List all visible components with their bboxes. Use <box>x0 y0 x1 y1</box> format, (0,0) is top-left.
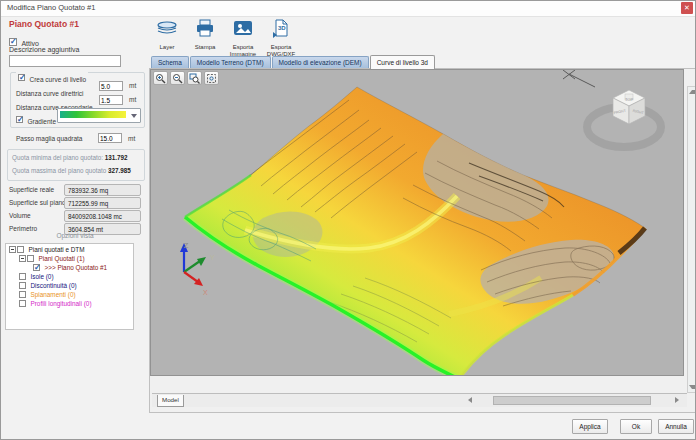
superficie-piano-label: Superficie sul piano <box>9 199 66 206</box>
viewcube[interactable]: TOP FRONT RIGHT <box>587 90 661 147</box>
image-icon <box>231 18 255 40</box>
quota-min-value: 131.792 <box>105 154 128 161</box>
viewcube-top-label: TOP <box>625 97 633 102</box>
zoom-extents-button[interactable] <box>204 71 219 85</box>
zoom-out-button[interactable] <box>170 71 185 85</box>
titlebar: Modifica Piano Quotato #1 ✕ <box>1 1 695 17</box>
applica-button[interactable]: Applica <box>572 419 608 434</box>
superficie-piano-value: 712255.99 mq <box>64 197 141 209</box>
direttrici-unit: mt <box>129 82 136 89</box>
viewport-3d[interactable]: TOP FRONT RIGHT Z Y X <box>150 69 684 376</box>
light-marker-icon[interactable] <box>563 70 595 87</box>
y-axis-label: Y <box>210 254 215 261</box>
volume-label: Volume <box>9 212 31 219</box>
stat-row: Volume 84009208.1048 mc <box>1 210 149 223</box>
x-axis-label: X <box>203 289 208 296</box>
tree-item-piani-quotati[interactable]: Piani Quotati (1) <box>6 253 133 262</box>
opzioni-vista-link[interactable]: Opzioni vista <box>1 232 149 239</box>
zoom-out-icon <box>172 73 183 84</box>
stampa-label: Stampa <box>189 44 221 51</box>
stat-row: Superficie sul piano 712255.99 mq <box>1 197 149 210</box>
model-tab[interactable]: Model <box>157 395 184 407</box>
zoom-toolbar <box>153 71 219 85</box>
close-button[interactable]: ✕ <box>681 2 693 14</box>
export-3d-icon: 3D <box>269 18 293 40</box>
quota-max-label: Quota massima del piano quotato <box>12 167 106 174</box>
quota-box: Quota minima del piano quotato: 131.792 … <box>7 149 145 181</box>
z-axis-label: Z <box>184 241 189 250</box>
close-icon: ✕ <box>684 4 690 11</box>
zoom-extents-icon <box>206 73 217 84</box>
esporta-dwg-button[interactable]: 3D Esporta DWG/DXF <box>265 18 297 56</box>
stampa-button[interactable]: Stampa <box>189 18 221 56</box>
attivo-checkbox[interactable]: ✓ <box>9 38 17 46</box>
descrizione-label: Descrizione aggiuntiva <box>9 46 79 53</box>
gradient-preview <box>60 111 126 118</box>
layers-icon <box>155 18 179 40</box>
quota-max-row: Quota massima del piano quotato 327.985 <box>12 167 131 174</box>
quota-min-row: Quota minima del piano quotato: 131.792 <box>12 154 128 161</box>
scroll-down-icon[interactable] <box>689 385 696 389</box>
left-panel: Piano Quotato #1 ✓ Attivo Descrizione ag… <box>1 16 149 440</box>
axis-triad: Z Y X <box>180 241 215 296</box>
quota-max-value: 327.985 <box>108 167 131 174</box>
svg-text:3D: 3D <box>278 25 286 31</box>
ok-button[interactable]: Ok <box>620 419 652 434</box>
check-icon: ✓ <box>19 73 26 82</box>
gradient-dropdown[interactable] <box>57 108 141 123</box>
annulla-button[interactable]: Annulla <box>658 419 694 434</box>
tab-curve-livello-3d[interactable]: Curve di livello 3d <box>370 55 435 69</box>
crea-curve-checkbox[interactable]: ✓ <box>18 74 25 81</box>
check-icon: ✓ <box>10 37 17 46</box>
tree-checkbox[interactable] <box>19 300 26 307</box>
layer-label: Layer <box>151 44 183 51</box>
volume-value: 84009208.1048 mc <box>64 210 141 222</box>
horizontal-scrollbar-thumb[interactable] <box>493 396 651 405</box>
gradiente-checkbox[interactable]: ✓ <box>16 116 23 123</box>
layer-button[interactable]: Layer <box>151 18 183 56</box>
zoom-window-button[interactable] <box>187 71 202 85</box>
vertical-scrollbar[interactable] <box>687 86 696 393</box>
gradiente-label: Gradiente <box>27 118 56 125</box>
perimetro-label: Perimetro <box>9 225 37 232</box>
terrain-3d-render: TOP FRONT RIGHT Z Y X <box>151 70 684 376</box>
zoom-window-icon <box>189 73 200 84</box>
passo-unit: mt <box>128 135 135 142</box>
superficie-reale-value: 783932.36 mq <box>64 184 141 196</box>
top-toolbar: Layer Stampa Esporta Immagine 3D <box>151 18 301 56</box>
stat-row: Superficie reale 783932.36 mq <box>1 184 149 197</box>
tab-page: TOP FRONT RIGHT Z Y X <box>149 68 696 413</box>
modifica-piano-quotato-dialog: Modifica Piano Quotato #1 ✕ Piano Quotat… <box>0 0 696 440</box>
gradiente-row: ✓ Gradiente <box>16 110 56 128</box>
layers-tree: Piani quotati e DTM Piani Quotati (1) ✓ … <box>5 243 134 330</box>
zoom-in-button[interactable] <box>153 71 168 85</box>
scroll-right-icon[interactable] <box>675 397 679 403</box>
zoom-in-icon <box>155 73 166 84</box>
direttrici-input[interactable] <box>99 81 123 91</box>
check-icon: ✓ <box>17 115 24 124</box>
passo-label: Passo maglia quadrata <box>16 135 83 142</box>
esporta-immagine-button[interactable]: Esporta Immagine <box>227 18 259 56</box>
viewport-bottom-bar: Model <box>152 393 687 407</box>
printer-icon <box>193 18 217 40</box>
quota-min-label: Quota minima del piano quotato: <box>12 154 103 161</box>
passo-input[interactable] <box>98 133 122 143</box>
window-title: Modifica Piano Quotato #1 <box>7 3 95 12</box>
tree-item-root[interactable]: Piani quotati e DTM <box>6 244 133 253</box>
tree-item-profili[interactable]: Profili longitudinali (0) <box>6 298 133 307</box>
secondarie-unit: mt <box>129 96 136 103</box>
crea-curve-group: ✓ Crea curve di livello Distanza curve d… <box>10 72 145 128</box>
secondarie-input[interactable] <box>99 95 123 105</box>
scroll-up-icon[interactable] <box>689 90 696 94</box>
tree-label: Profili longitudinali (0) <box>30 300 91 307</box>
scroll-left-icon[interactable] <box>468 397 472 403</box>
superficie-reale-label: Superficie reale <box>9 186 54 193</box>
page-title: Piano Quotato #1 <box>9 19 79 29</box>
chevron-down-icon <box>131 114 137 118</box>
descrizione-input[interactable] <box>9 55 121 67</box>
